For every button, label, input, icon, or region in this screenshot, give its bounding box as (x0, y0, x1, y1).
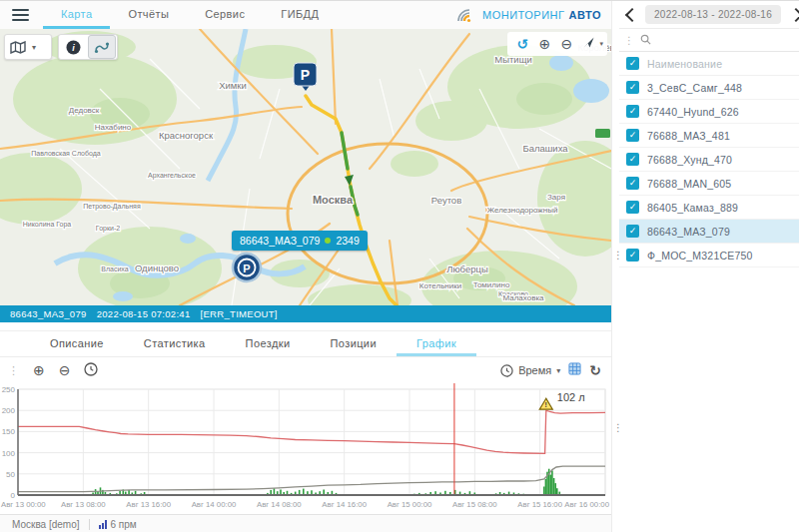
chart-reset-icon[interactable] (84, 362, 98, 378)
svg-text:Авг 14 00:00: Авг 14 00:00 (192, 500, 237, 509)
date-range-input[interactable] (645, 5, 781, 24)
detail-tab[interactable]: Статистика (124, 331, 226, 356)
tooltip-vehicle-name: 86643_МАЗ_079 (240, 235, 320, 247)
svg-text:Заря: Заря (547, 193, 565, 202)
annotation-label: 102 л (557, 391, 585, 403)
logo-text-2: АВТО (569, 9, 601, 21)
parking-marker-circle[interactable]: P (233, 254, 261, 281)
svg-text:Малаховка: Малаховка (502, 293, 544, 302)
vehicle-row[interactable]: ✓67440_Hyund_626 (619, 100, 799, 124)
kebab-icon[interactable]: ⋮ (8, 364, 19, 377)
nav-tab[interactable]: Сервис (187, 1, 263, 29)
chart-toolbar: ⋮ ⊕ ⊖ Время ▾ ↻ (0, 357, 611, 384)
detail-tab[interactable]: График (397, 331, 476, 356)
vehicle-row[interactable]: ✓76688_МАЗ_481 (619, 124, 799, 148)
footer-status-bar: Москва [demo] 6 прм (0, 514, 611, 532)
svg-text:Авг 14 08:00: Авг 14 08:00 (257, 500, 302, 509)
zoom-out-icon[interactable]: ⊖ (555, 36, 577, 52)
search-input[interactable] (656, 31, 799, 49)
vehicle-row[interactable]: ✓86643_МАЗ_079 (619, 220, 799, 244)
svg-text:50: 50 (6, 470, 15, 479)
svg-text:250: 250 (2, 385, 16, 394)
layers-caret-icon[interactable]: ▾ (32, 43, 36, 52)
map-canvas[interactable]: P P КоролёвМытищиХимкиДедовскНахабиноКра… (0, 29, 611, 305)
clock-icon (500, 364, 513, 377)
vehicle-list: ✓3_СевС_Самг_448✓67440_Hyund_626✓76688_М… (619, 76, 799, 267)
map-controls: ↺ ⊕ ⊖ ▾ (507, 32, 607, 56)
vehicle-checkbox[interactable]: ✓ (626, 129, 639, 142)
map-panel: P P КоролёвМытищиХимкиДедовскНахабиноКра… (0, 29, 611, 305)
layers-toolbox: ▾ (4, 34, 52, 60)
navigate-caret-icon[interactable]: ▾ (599, 40, 603, 48)
vehicle-name: 76688_MAN_605 (647, 178, 731, 190)
refresh-icon[interactable]: ↻ (589, 362, 601, 378)
vehicle-name: Ф_МОС_М321СЕ750 (647, 250, 753, 262)
vehicle-name: 86643_МАЗ_079 (647, 226, 730, 238)
kebab-icon[interactable]: ⋮ (624, 35, 634, 46)
vehicle-row[interactable]: ✓76688_Хунд_470 (619, 148, 799, 172)
vehicle-checkbox[interactable]: ✓ (626, 153, 639, 166)
table-view-icon[interactable] (568, 361, 581, 379)
map-status-bar: 86643_МАЗ_079 2022-08-15 07:02:41 [ERR_T… (0, 305, 611, 322)
time-caret-icon: ▾ (556, 366, 560, 375)
vehicle-name: 86405_Камаз_889 (647, 202, 738, 214)
vehicle-row[interactable]: ✓86405_Камаз_889 (619, 196, 799, 220)
vehicle-row[interactable]: ✓Ф_МОС_М321СЕ750 (619, 244, 799, 267)
nav-tab[interactable]: Карта (43, 1, 110, 29)
app-window: КартаОтчётыСервисГИБДД МОНИТОРИНГАВТО (0, 0, 799, 532)
vehicle-checkbox[interactable]: ✓ (626, 225, 639, 238)
status-dot-icon (325, 238, 331, 244)
navigate-icon[interactable] (577, 36, 599, 52)
vehicle-row[interactable]: ✓76688_MAN_605 (619, 172, 799, 196)
route-icon[interactable] (88, 35, 116, 59)
vehicle-name: 76688_Хунд_470 (647, 154, 732, 166)
vehicle-name: 67440_Hyund_626 (647, 106, 739, 118)
vehicle-checkbox[interactable]: ✓ (626, 201, 639, 214)
footer-location: Москва [demo] (12, 519, 80, 530)
vehicle-list-header: ✓ Наименование (619, 52, 799, 76)
svg-text:Горки-2: Горки-2 (96, 225, 120, 233)
svg-text:Томилино: Томилино (473, 280, 510, 289)
detail-tab[interactable]: Описание (30, 331, 124, 356)
vehicle-checkbox[interactable]: ✓ (626, 105, 639, 118)
detail-tab[interactable]: Позиции (310, 331, 396, 356)
info-icon[interactable]: i (60, 36, 86, 58)
vehicle-name: 76688_МАЗ_481 (647, 130, 730, 142)
map-layers-icon[interactable] (5, 36, 31, 58)
vehicle-checkbox[interactable]: ✓ (626, 249, 639, 262)
chart-zoom-out-icon[interactable]: ⊖ (59, 363, 71, 377)
detail-tabs: ОписаниеСтатистикаПоездкиПозицииГрафик (0, 330, 611, 357)
vehicle-row[interactable]: ✓3_СевС_Самг_448 (619, 76, 799, 100)
svg-text:Архангельское: Архангельское (148, 172, 196, 180)
footer-counter: 6 прм (111, 519, 137, 530)
prev-date-icon[interactable] (625, 7, 639, 21)
vehicle-sidebar: ⋮ ✓ Наименование ✓3_СевС_Самг_448✓67440_… (619, 1, 799, 532)
detail-tab[interactable]: Поездки (226, 331, 311, 356)
next-date-icon[interactable] (789, 7, 799, 21)
track-toolbox: i (58, 34, 118, 60)
svg-text:Авг 16 00:00: Авг 16 00:00 (564, 500, 609, 509)
top-nav: КартаОтчётыСервисГИБДД МОНИТОРИНГАВТО (0, 1, 611, 30)
vehicle-tooltip: 86643_МАЗ_079 2349 (232, 231, 368, 251)
nav-tab[interactable]: Отчёты (110, 1, 187, 29)
select-all-checkbox[interactable]: ✓ (626, 57, 639, 70)
svg-text:Котельники: Котельники (419, 281, 461, 290)
svg-text:Авг 15 08:00: Авг 15 08:00 (452, 500, 497, 509)
chart-zoom-in-icon[interactable]: ⊕ (33, 363, 45, 377)
logo-text-1: МОНИТОРИНГ (482, 9, 565, 21)
svg-text:P: P (243, 263, 250, 274)
zoom-in-icon[interactable]: ⊕ (533, 36, 555, 52)
time-mode-select[interactable]: Время ▾ (500, 364, 560, 377)
fuel-chart[interactable]: 050100150200250Авг 13 00:00Авг 13 08:00А… (0, 383, 611, 513)
vehicle-checkbox[interactable]: ✓ (626, 81, 639, 94)
vehicle-checkbox[interactable]: ✓ (626, 177, 639, 190)
menu-icon[interactable] (12, 9, 29, 21)
chart-area[interactable]: 050100150200250Авг 13 00:00Авг 13 08:00А… (0, 383, 611, 513)
footer-divider (89, 519, 90, 530)
svg-text:Павловская Слобода: Павловская Слобода (31, 150, 100, 158)
undo-icon[interactable]: ↺ (511, 36, 533, 52)
nav-tab[interactable]: ГИБДД (263, 1, 337, 29)
svg-text:0: 0 (11, 491, 16, 500)
list-header-label: Наименование (647, 58, 722, 70)
svg-text:Авг 15 00:00: Авг 15 00:00 (388, 500, 432, 509)
